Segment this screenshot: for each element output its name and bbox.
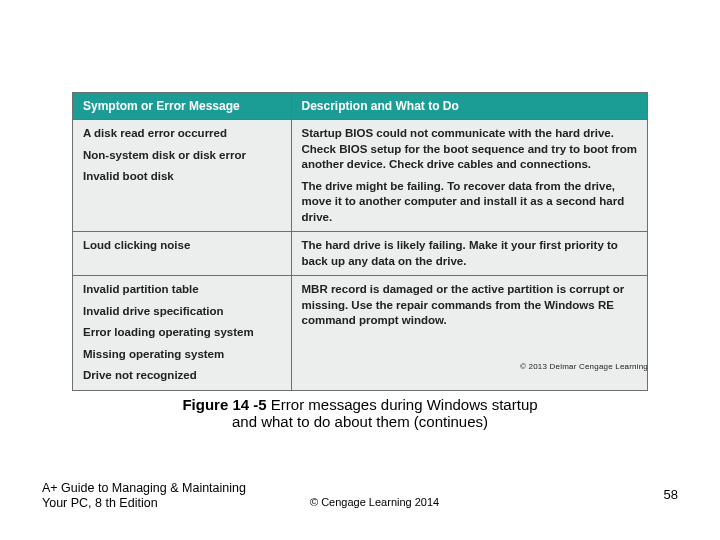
caption-line-2: and what to do about them (continues) <box>0 413 720 430</box>
description-cell: Startup BIOS could not communicate with … <box>291 120 648 232</box>
slide: Symptom or Error Message Description and… <box>0 0 720 540</box>
figure-caption: Figure 14 -5 Error messages during Windo… <box>0 396 720 430</box>
caption-text-1: Error messages during Windows startup <box>267 396 538 413</box>
footer-copyright: © Cengage Learning 2014 <box>310 496 439 508</box>
image-credit: © 2013 Delmar Cengage Learning <box>72 362 648 371</box>
figure-number: Figure 14 -5 <box>182 396 266 413</box>
description-text: The drive might be failing. To recover d… <box>302 179 638 226</box>
symptom-cell: Invalid partition table Invalid drive sp… <box>73 276 292 391</box>
description-text: MBR record is damaged or the active part… <box>302 282 638 329</box>
error-table-wrap: Symptom or Error Message Description and… <box>72 92 648 391</box>
symptom-text: Error loading operating system <box>83 325 281 341</box>
symptom-text: Loud clicking noise <box>83 238 281 254</box>
table-header-row: Symptom or Error Message Description and… <box>73 93 648 120</box>
header-description: Description and What to Do <box>291 93 648 120</box>
symptom-text: A disk read error occurred <box>83 126 281 142</box>
table-row: A disk read error occurred Non-system di… <box>73 120 648 232</box>
symptom-text: Non-system disk or disk error <box>83 148 281 164</box>
description-text: Startup BIOS could not communicate with … <box>302 126 638 173</box>
symptom-text: Missing operating system <box>83 347 281 363</box>
symptom-cell: Loud clicking noise <box>73 232 292 276</box>
description-cell: MBR record is damaged or the active part… <box>291 276 648 391</box>
caption-line-1: Figure 14 -5 Error messages during Windo… <box>0 396 720 413</box>
table-row: Invalid partition table Invalid drive sp… <box>73 276 648 391</box>
book-title: A+ Guide to Managing & Maintaining Your … <box>42 481 272 512</box>
page-number: 58 <box>664 487 678 502</box>
symptom-text: Invalid drive specification <box>83 304 281 320</box>
symptom-cell: A disk read error occurred Non-system di… <box>73 120 292 232</box>
symptom-text: Invalid partition table <box>83 282 281 298</box>
description-cell: The hard drive is likely failing. Make i… <box>291 232 648 276</box>
header-symptom: Symptom or Error Message <box>73 93 292 120</box>
error-table: Symptom or Error Message Description and… <box>72 92 648 391</box>
symptom-text: Invalid boot disk <box>83 169 281 185</box>
description-text: The hard drive is likely failing. Make i… <box>302 238 638 269</box>
table-row: Loud clicking noise The hard drive is li… <box>73 232 648 276</box>
